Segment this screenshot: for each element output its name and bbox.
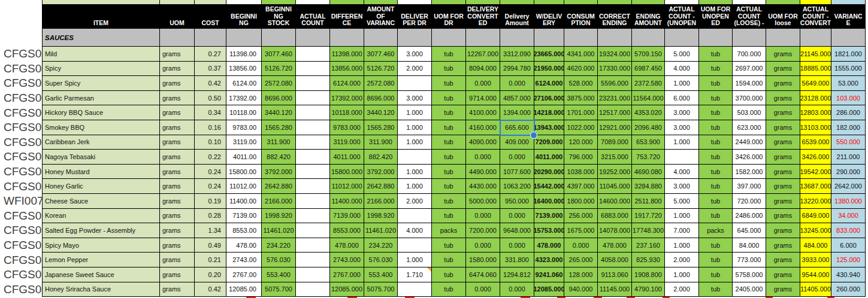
cell-actual-count-loose[interactable]: 623.000 (733, 120, 766, 135)
cell-item[interactable]: Nagoya Tebasaki (42, 150, 160, 165)
header-actual-count-loose[interactable]: ACTUAL COUNT (LOOSE) - (733, 4, 766, 29)
cell-correct-ending[interactable]: 3215.000 (598, 150, 632, 165)
cell-uom-for-dr[interactable]: tub (432, 120, 466, 135)
cell-uom-for-unopened[interactable]: tub (699, 120, 733, 135)
cell-actual-count-unopened[interactable]: 3.000 (665, 105, 699, 120)
cell-delivery-amount[interactable]: 0.000 (500, 76, 534, 91)
cell-w-delivery[interactable]: 15442.000 (534, 179, 564, 194)
cell-variance[interactable]: 2642.000 (831, 179, 866, 194)
header-w-delivery[interactable]: W/DELIV ERY (534, 4, 564, 29)
cell-cost[interactable]: 0.42 (195, 282, 226, 297)
cell-uom-for-loose[interactable]: grams (766, 209, 800, 224)
cell-difference[interactable]: 3119.000 (330, 135, 364, 150)
cell-actual-count[interactable] (296, 282, 330, 297)
cell-beginning[interactable]: 8553.00 (226, 223, 262, 238)
cell-deliver-per-dr[interactable]: 2.000 (398, 62, 432, 77)
cell-deliver-per-dr[interactable]: 1.000 (398, 105, 432, 120)
cell-item[interactable]: Korean (42, 209, 160, 224)
cell-uom-for-unopened[interactable]: tub (699, 179, 733, 194)
header-delivery-amount[interactable]: Delivery Amount (500, 4, 534, 29)
cell-cost[interactable]: 0.19 (195, 194, 226, 209)
cell-actual-count-convert[interactable]: 23128.000 (800, 91, 831, 106)
cell-w-delivery[interactable]: 21950.000 (534, 62, 564, 77)
cell-correct-ending[interactable]: 11145.000 (598, 282, 632, 297)
cell-variance[interactable]: 286.000 (831, 105, 866, 120)
cell-beginning-stock[interactable]: 311.900 (262, 135, 296, 150)
cell-cost[interactable]: 0.21 (195, 253, 226, 267)
row-code[interactable]: CFGS009 (0, 165, 42, 180)
cell-item[interactable]: Japanese Sweet Sauce (42, 267, 160, 282)
cell-difference[interactable]: 9783.000 (330, 120, 364, 135)
cell-beginning-stock[interactable]: 1998.920 (262, 209, 296, 224)
cell-actual-count-loose[interactable]: 2486.000 (733, 209, 766, 224)
cell-uom[interactable]: grams (160, 179, 195, 194)
cell-ending-amount[interactable]: 6987.450 (632, 62, 665, 77)
cell-actual-count-convert[interactable]: 3933.000 (800, 253, 831, 267)
cell-variance[interactable]: 550.000 (831, 135, 866, 150)
cell-delivery-converted[interactable]: 0.000 (466, 209, 500, 224)
cell-consumption[interactable]: 528.000 (564, 76, 598, 91)
cell-beginning[interactable]: 15800.00 (226, 165, 262, 180)
cell-beginning[interactable]: 17392.00 (226, 91, 262, 106)
cell-delivery-converted[interactable]: 4100.000 (466, 105, 500, 120)
cell-uom-for-unopened[interactable]: tub (699, 91, 733, 106)
section-cell[interactable] (226, 29, 262, 47)
cell-w-delivery[interactable]: 20290.000 (534, 165, 564, 180)
cell-delivery-converted[interactable]: 0.000 (466, 150, 500, 165)
cell-actual-count[interactable] (296, 238, 330, 253)
section-cell[interactable] (598, 29, 632, 47)
cell-actual-count[interactable] (296, 76, 330, 91)
cell-correct-ending[interactable]: 11045.000 (598, 179, 632, 194)
cell-consumption[interactable]: 940.000 (564, 282, 598, 297)
cell-difference[interactable]: 2743.000 (330, 253, 364, 267)
header-variance[interactable]: VARIANC E (831, 4, 866, 29)
section-cell[interactable] (296, 29, 330, 47)
header-uom-for-unopened[interactable]: UOM FOR UNOPEN ED (699, 4, 733, 29)
cell-actual-count-unopened[interactable]: 2.000 (665, 253, 699, 267)
cell-actual-count-unopened[interactable]: 1.000 (665, 238, 699, 253)
cell-consumption[interactable]: 0.000 (564, 238, 598, 253)
cell-uom[interactable]: grams (160, 194, 195, 209)
cell-uom[interactable]: grams (160, 47, 195, 62)
cell-w-delivery[interactable]: 14218.000 (534, 105, 564, 120)
cell-uom[interactable]: grams (160, 120, 195, 135)
cell-beginning[interactable]: 9783.00 (226, 120, 262, 135)
cell-delivery-converted[interactable]: 5000.000 (466, 194, 500, 209)
cell-consumption[interactable]: 3875.000 (564, 91, 598, 106)
cell-uom-for-unopened[interactable]: tub (699, 135, 733, 150)
cell-amount-of-variance[interactable]: 1565.280 (364, 120, 398, 135)
cell-variance[interactable]: 290.000 (831, 165, 866, 180)
cell-difference[interactable]: 11398.000 (330, 47, 364, 62)
cell-actual-count-unopened[interactable]: 2.000 (665, 282, 699, 297)
cell-actual-count-unopened[interactable]: 3.000 (665, 120, 699, 135)
section-cell[interactable] (665, 29, 699, 47)
cell-uom-for-unopened[interactable]: tub (699, 282, 733, 297)
cell-uom[interactable]: grams (160, 105, 195, 120)
cell-uom[interactable]: grams (160, 238, 195, 253)
cell-actual-count-convert[interactable]: 484.000 (800, 238, 831, 253)
row-code[interactable]: CFGS021 (0, 282, 42, 297)
cell-correct-ending[interactable]: 12921.000 (598, 120, 632, 135)
cell-beginning-stock[interactable]: 553.400 (262, 267, 296, 282)
cell-beginning[interactable]: 11400.00 (226, 194, 262, 209)
cell-actual-count-loose[interactable]: 397.000 (733, 179, 766, 194)
cell-ending-amount[interactable]: 2511.800 (632, 194, 665, 209)
cell-uom-for-unopened[interactable]: tub (699, 47, 733, 62)
cell-item[interactable]: Mild (42, 47, 160, 62)
row-code[interactable]: WFI007 (0, 194, 42, 209)
header-uom[interactable]: UOM (160, 4, 195, 29)
cell-w-delivery[interactable]: 6124.000 (534, 76, 564, 91)
cell-variance[interactable]: 34.000 (831, 209, 866, 224)
cell-delivery-converted[interactable]: 4090.000 (466, 135, 500, 150)
cell-actual-count[interactable] (296, 120, 330, 135)
cell-consumption[interactable]: 1701.000 (564, 105, 598, 120)
cell-difference[interactable]: 8553.000 (330, 223, 364, 238)
cell-ending-amount[interactable]: 825.930 (632, 253, 665, 267)
cell-actual-count-loose[interactable]: 2449.000 (733, 135, 766, 150)
cell-actual-count-unopened[interactable]: 3.000 (665, 179, 699, 194)
cell-actual-count[interactable] (296, 165, 330, 180)
cell-delivery-amount[interactable]: 1394.000 (500, 105, 534, 120)
cell-uom-for-dr[interactable]: tub (432, 62, 466, 77)
cell-ending-amount[interactable]: 653.900 (632, 135, 665, 150)
row-code[interactable]: CFGS001 (0, 47, 42, 62)
